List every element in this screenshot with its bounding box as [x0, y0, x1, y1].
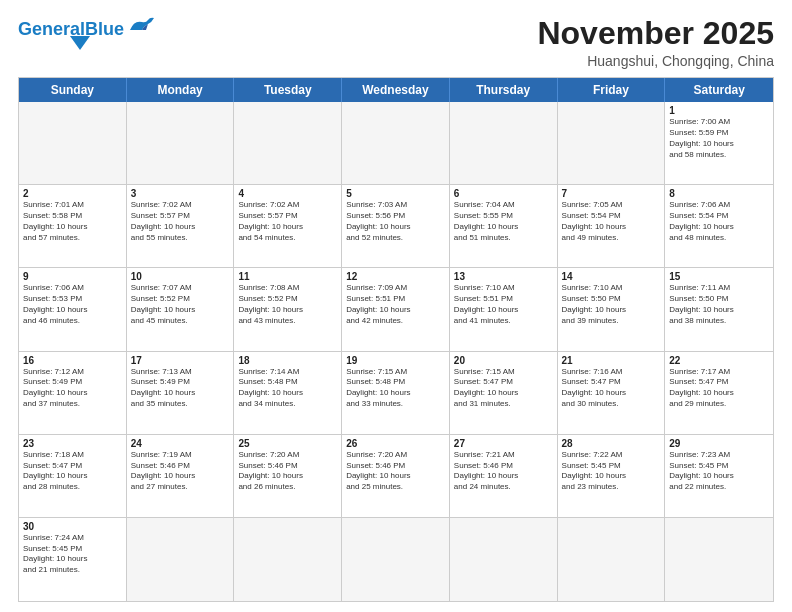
- day-header-thursday: Thursday: [450, 78, 558, 102]
- calendar-day-17: 17Sunrise: 7:13 AM Sunset: 5:49 PM Dayli…: [127, 352, 235, 435]
- day-info: Sunrise: 7:07 AM Sunset: 5:52 PM Dayligh…: [131, 283, 230, 326]
- day-header-saturday: Saturday: [665, 78, 773, 102]
- calendar-day-23: 23Sunrise: 7:18 AM Sunset: 5:47 PM Dayli…: [19, 435, 127, 518]
- calendar-day-11: 11Sunrise: 7:08 AM Sunset: 5:52 PM Dayli…: [234, 268, 342, 351]
- calendar-day-4: 4Sunrise: 7:02 AM Sunset: 5:57 PM Daylig…: [234, 185, 342, 268]
- day-info: Sunrise: 7:15 AM Sunset: 5:47 PM Dayligh…: [454, 367, 553, 410]
- day-info: Sunrise: 7:06 AM Sunset: 5:54 PM Dayligh…: [669, 200, 769, 243]
- page: GeneralBlue November 2025 Huangshui, Cho…: [0, 0, 792, 612]
- day-info: Sunrise: 7:12 AM Sunset: 5:49 PM Dayligh…: [23, 367, 122, 410]
- calendar-day-7: 7Sunrise: 7:05 AM Sunset: 5:54 PM Daylig…: [558, 185, 666, 268]
- calendar-empty: [665, 518, 773, 601]
- calendar-day-2: 2Sunrise: 7:01 AM Sunset: 5:58 PM Daylig…: [19, 185, 127, 268]
- calendar-grid: 1Sunrise: 7:00 AM Sunset: 5:59 PM Daylig…: [19, 102, 773, 601]
- calendar-day-5: 5Sunrise: 7:03 AM Sunset: 5:56 PM Daylig…: [342, 185, 450, 268]
- day-info: Sunrise: 7:18 AM Sunset: 5:47 PM Dayligh…: [23, 450, 122, 493]
- day-header-friday: Friday: [558, 78, 666, 102]
- calendar-day-25: 25Sunrise: 7:20 AM Sunset: 5:46 PM Dayli…: [234, 435, 342, 518]
- day-info: Sunrise: 7:08 AM Sunset: 5:52 PM Dayligh…: [238, 283, 337, 326]
- calendar-empty: [450, 518, 558, 601]
- logo: GeneralBlue: [18, 20, 156, 50]
- day-number: 9: [23, 271, 122, 282]
- calendar-day-10: 10Sunrise: 7:07 AM Sunset: 5:52 PM Dayli…: [127, 268, 235, 351]
- day-info: Sunrise: 7:11 AM Sunset: 5:50 PM Dayligh…: [669, 283, 769, 326]
- title-block: November 2025 Huangshui, Chongqing, Chin…: [537, 16, 774, 69]
- calendar-day-30: 30Sunrise: 7:24 AM Sunset: 5:45 PM Dayli…: [19, 518, 127, 601]
- calendar-empty: [558, 518, 666, 601]
- day-info: Sunrise: 7:17 AM Sunset: 5:47 PM Dayligh…: [669, 367, 769, 410]
- logo-bird-icon: [128, 16, 156, 38]
- day-info: Sunrise: 7:01 AM Sunset: 5:58 PM Dayligh…: [23, 200, 122, 243]
- calendar-empty: [127, 518, 235, 601]
- day-info: Sunrise: 7:10 AM Sunset: 5:50 PM Dayligh…: [562, 283, 661, 326]
- calendar-day-9: 9Sunrise: 7:06 AM Sunset: 5:53 PM Daylig…: [19, 268, 127, 351]
- day-number: 13: [454, 271, 553, 282]
- logo-blue: Blue: [85, 19, 124, 39]
- day-number: 21: [562, 355, 661, 366]
- day-number: 18: [238, 355, 337, 366]
- day-number: 29: [669, 438, 769, 449]
- day-number: 3: [131, 188, 230, 199]
- day-number: 10: [131, 271, 230, 282]
- day-number: 8: [669, 188, 769, 199]
- day-info: Sunrise: 7:04 AM Sunset: 5:55 PM Dayligh…: [454, 200, 553, 243]
- day-number: 1: [669, 105, 769, 116]
- calendar-day-12: 12Sunrise: 7:09 AM Sunset: 5:51 PM Dayli…: [342, 268, 450, 351]
- calendar-day-13: 13Sunrise: 7:10 AM Sunset: 5:51 PM Dayli…: [450, 268, 558, 351]
- calendar-day-26: 26Sunrise: 7:20 AM Sunset: 5:46 PM Dayli…: [342, 435, 450, 518]
- day-info: Sunrise: 7:06 AM Sunset: 5:53 PM Dayligh…: [23, 283, 122, 326]
- month-title: November 2025: [537, 16, 774, 51]
- calendar-day-3: 3Sunrise: 7:02 AM Sunset: 5:57 PM Daylig…: [127, 185, 235, 268]
- day-number: 2: [23, 188, 122, 199]
- calendar-day-15: 15Sunrise: 7:11 AM Sunset: 5:50 PM Dayli…: [665, 268, 773, 351]
- calendar-day-19: 19Sunrise: 7:15 AM Sunset: 5:48 PM Dayli…: [342, 352, 450, 435]
- location-title: Huangshui, Chongqing, China: [537, 53, 774, 69]
- day-number: 14: [562, 271, 661, 282]
- calendar-day-16: 16Sunrise: 7:12 AM Sunset: 5:49 PM Dayli…: [19, 352, 127, 435]
- calendar-day-8: 8Sunrise: 7:06 AM Sunset: 5:54 PM Daylig…: [665, 185, 773, 268]
- calendar-day-24: 24Sunrise: 7:19 AM Sunset: 5:46 PM Dayli…: [127, 435, 235, 518]
- day-number: 19: [346, 355, 445, 366]
- day-number: 20: [454, 355, 553, 366]
- calendar-empty: [558, 102, 666, 185]
- day-number: 6: [454, 188, 553, 199]
- day-info: Sunrise: 7:23 AM Sunset: 5:45 PM Dayligh…: [669, 450, 769, 493]
- day-header-sunday: Sunday: [19, 78, 127, 102]
- day-number: 27: [454, 438, 553, 449]
- day-number: 24: [131, 438, 230, 449]
- calendar-day-22: 22Sunrise: 7:17 AM Sunset: 5:47 PM Dayli…: [665, 352, 773, 435]
- calendar-day-1: 1Sunrise: 7:00 AM Sunset: 5:59 PM Daylig…: [665, 102, 773, 185]
- calendar-empty: [450, 102, 558, 185]
- day-info: Sunrise: 7:02 AM Sunset: 5:57 PM Dayligh…: [131, 200, 230, 243]
- day-number: 12: [346, 271, 445, 282]
- calendar-day-21: 21Sunrise: 7:16 AM Sunset: 5:47 PM Dayli…: [558, 352, 666, 435]
- calendar-day-29: 29Sunrise: 7:23 AM Sunset: 5:45 PM Dayli…: [665, 435, 773, 518]
- calendar-empty: [234, 518, 342, 601]
- day-info: Sunrise: 7:20 AM Sunset: 5:46 PM Dayligh…: [346, 450, 445, 493]
- day-headers: SundayMondayTuesdayWednesdayThursdayFrid…: [19, 78, 773, 102]
- day-info: Sunrise: 7:14 AM Sunset: 5:48 PM Dayligh…: [238, 367, 337, 410]
- day-number: 25: [238, 438, 337, 449]
- calendar: SundayMondayTuesdayWednesdayThursdayFrid…: [18, 77, 774, 602]
- day-number: 23: [23, 438, 122, 449]
- day-info: Sunrise: 7:16 AM Sunset: 5:47 PM Dayligh…: [562, 367, 661, 410]
- calendar-day-27: 27Sunrise: 7:21 AM Sunset: 5:46 PM Dayli…: [450, 435, 558, 518]
- day-number: 16: [23, 355, 122, 366]
- day-number: 26: [346, 438, 445, 449]
- day-info: Sunrise: 7:21 AM Sunset: 5:46 PM Dayligh…: [454, 450, 553, 493]
- day-number: 17: [131, 355, 230, 366]
- day-number: 28: [562, 438, 661, 449]
- calendar-empty: [234, 102, 342, 185]
- day-info: Sunrise: 7:00 AM Sunset: 5:59 PM Dayligh…: [669, 117, 769, 160]
- calendar-empty: [342, 102, 450, 185]
- calendar-day-28: 28Sunrise: 7:22 AM Sunset: 5:45 PM Dayli…: [558, 435, 666, 518]
- day-header-wednesday: Wednesday: [342, 78, 450, 102]
- logo-triangle-icon: [70, 36, 90, 50]
- day-info: Sunrise: 7:13 AM Sunset: 5:49 PM Dayligh…: [131, 367, 230, 410]
- day-number: 4: [238, 188, 337, 199]
- day-header-tuesday: Tuesday: [234, 78, 342, 102]
- calendar-day-18: 18Sunrise: 7:14 AM Sunset: 5:48 PM Dayli…: [234, 352, 342, 435]
- calendar-day-20: 20Sunrise: 7:15 AM Sunset: 5:47 PM Dayli…: [450, 352, 558, 435]
- day-info: Sunrise: 7:09 AM Sunset: 5:51 PM Dayligh…: [346, 283, 445, 326]
- calendar-empty: [19, 102, 127, 185]
